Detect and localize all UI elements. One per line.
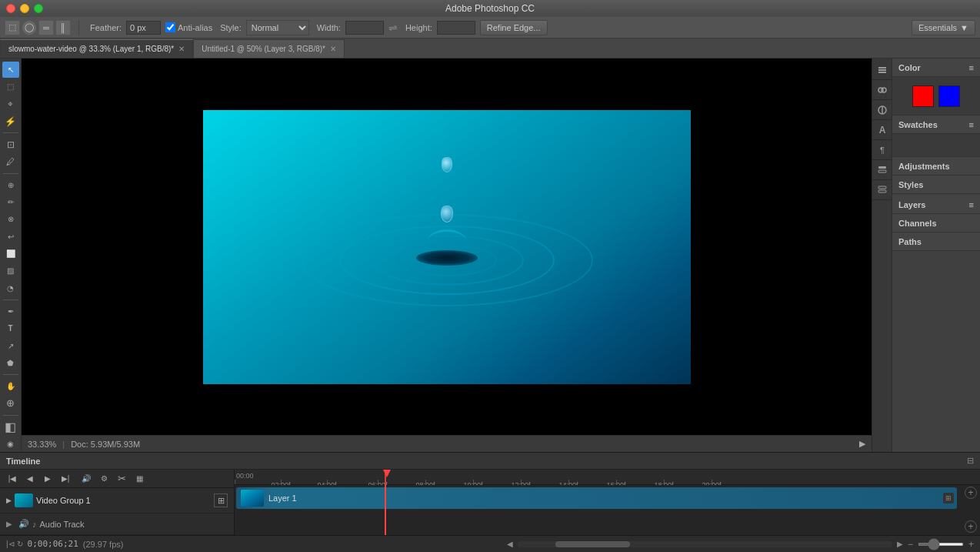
app-title: Adobe Photoshop CC <box>445 3 535 14</box>
col-select-icon[interactable]: ║ <box>55 20 71 35</box>
video-group-label: ▶ Video Group 1 ⊞ <box>0 488 234 514</box>
background-color-swatch[interactable] <box>938 85 960 107</box>
playhead-line-audio <box>385 512 386 535</box>
channels-icon-btn[interactable] <box>872 80 892 100</box>
panel-menu-icon[interactable]: ≡ <box>969 63 974 72</box>
tab-close-icon[interactable]: ✕ <box>178 45 185 53</box>
style-label: Style: <box>220 23 242 32</box>
tool-separator-5 <box>3 415 18 416</box>
height-input[interactable] <box>437 21 475 35</box>
crop-tool[interactable]: ⊡ <box>2 136 19 152</box>
marquee-tool[interactable]: ⬚ <box>2 79 19 95</box>
timeline-label: Timeline <box>6 457 40 466</box>
tab-untitled[interactable]: Untitled-1 @ 50% (Layer 3, RGB/8)* ✕ <box>193 39 345 58</box>
zoom-tool[interactable]: ⊕ <box>2 395 19 411</box>
audio-expand-icon[interactable]: ▶ <box>6 520 12 528</box>
step-forward-button[interactable]: ▶| <box>58 472 73 486</box>
style-select[interactable]: Normal Fixed Ratio Fixed Size <box>246 20 309 35</box>
video-thumbnail <box>15 493 33 507</box>
scroll-right-icon[interactable]: ▶ <box>897 540 903 548</box>
tab2-close-icon[interactable]: ✕ <box>330 45 336 53</box>
tab-slowmo[interactable]: slowmo-water-video @ 33.3% (Layer 1, RGB… <box>0 39 193 58</box>
ruler-start: 00:00 <box>235 472 254 484</box>
minimize-button[interactable] <box>20 4 29 13</box>
path-tool[interactable]: ↗ <box>2 337 19 353</box>
gradient-tool[interactable]: ▨ <box>2 263 19 279</box>
ruler-mark-9: 18:00f <box>664 480 665 484</box>
fps-display: (29.97 fps) <box>83 540 124 549</box>
pen-tool[interactable]: ✒ <box>2 303 19 319</box>
add-video-track-button[interactable]: + <box>965 487 977 499</box>
feather-label: Feather: <box>90 23 122 32</box>
canvas-container[interactable] <box>22 59 872 435</box>
zoom-out-icon[interactable]: − <box>908 539 913 550</box>
dodge-tool[interactable]: ◔ <box>2 280 19 296</box>
zoom-level: 33.33% <box>28 440 56 449</box>
quick-mask-icon[interactable]: ◉ <box>2 436 19 452</box>
panel-swatches-menu-icon[interactable]: ≡ <box>969 120 974 129</box>
razor-button[interactable]: ✂ <box>114 472 129 486</box>
paragraph-icon-btn[interactable]: ¶ <box>872 140 892 160</box>
play-icon[interactable]: ▶ <box>859 439 865 449</box>
stamp-tool[interactable]: ⊗ <box>2 211 19 227</box>
loop-start-icon[interactable]: |⊲ <box>6 540 15 548</box>
play-button[interactable]: ▶ <box>40 472 55 486</box>
music-icon: ♪ <box>32 520 37 529</box>
history-brush-tool[interactable]: ↩ <box>2 229 19 245</box>
close-button[interactable] <box>6 4 15 13</box>
expand-icon[interactable]: ▶ <box>6 497 12 504</box>
anti-alias-check[interactable]: Anti-alias <box>165 22 212 32</box>
essentials-button[interactable]: Essentials ▼ <box>912 20 975 35</box>
foreground-color-swatch[interactable] <box>912 85 934 107</box>
shape-tool[interactable]: ⬟ <box>2 355 19 371</box>
maximize-button[interactable] <box>34 4 43 13</box>
zoom-slider[interactable] <box>918 543 964 546</box>
brush-tool[interactable]: ✏ <box>2 194 19 210</box>
loop-icon[interactable]: ↻ <box>17 540 23 548</box>
video-clip[interactable]: Layer 1 ⊞ <box>236 487 957 509</box>
feather-input[interactable] <box>126 21 161 35</box>
track-options-button[interactable]: ⊞ <box>214 493 228 507</box>
playhead-top-indicator <box>383 470 391 477</box>
toolbar: ⬚ ◯ ═ ║ Feather: Anti-alias Style: Norma… <box>0 17 980 38</box>
timeline-controls: |◀ ◀ ▶ ▶| 🔊 ⚙ ✂ ▦ <box>0 470 234 488</box>
width-input[interactable] <box>345 21 384 35</box>
row-select-icon[interactable]: ═ <box>38 20 54 35</box>
wand-tool[interactable]: ⚡ <box>2 113 19 129</box>
erase-tool[interactable]: ⬜ <box>2 246 19 262</box>
lasso-tool[interactable]: ⌖ <box>2 96 19 112</box>
tool-separator-2 <box>3 173 18 174</box>
layers-icon-btn[interactable] <box>872 60 892 80</box>
timeline-scrollbar[interactable] <box>518 541 892 547</box>
swap-icon[interactable]: ⇌ <box>388 22 398 34</box>
step-back-button[interactable]: ◀ <box>22 472 38 486</box>
window-controls[interactable] <box>6 4 43 13</box>
hand-tool[interactable]: ✋ <box>2 378 19 394</box>
text-tool[interactable]: T <box>2 320 19 336</box>
clip-settings-icon[interactable]: ⊞ <box>943 493 954 503</box>
timeline-collapse-icon[interactable]: ⊟ <box>967 456 974 466</box>
rect-select-icon[interactable]: ⬚ <box>5 20 20 35</box>
zoom-in-icon[interactable]: + <box>968 539 974 550</box>
settings-button[interactable]: ⚙ <box>96 472 112 486</box>
timeline-tracks[interactable]: 00:00 02:00f 04:00f 06:00f 08:00f <box>235 470 980 535</box>
selection-tools-group: ⬚ ◯ ═ ║ <box>5 20 71 35</box>
transition-button[interactable]: ▦ <box>132 472 147 486</box>
audio-button[interactable]: 🔊 <box>78 472 94 486</box>
adjustments-icon-btn[interactable] <box>872 100 892 120</box>
panel-header-styles: Styles <box>892 176 980 194</box>
actions-icon-btn[interactable] <box>872 180 892 200</box>
eyedropper-tool[interactable]: 🖊 <box>2 153 19 169</box>
character-icon-btn[interactable]: A <box>872 120 892 140</box>
panel-layers-menu-icon[interactable]: ≡ <box>969 200 974 209</box>
ellipse-select-icon[interactable]: ◯ <box>22 20 37 35</box>
history-icon-btn[interactable] <box>872 160 892 180</box>
heal-tool[interactable]: ⊕ <box>2 177 19 193</box>
ruler-mark-6: 12:00f <box>521 480 522 484</box>
skip-start-button[interactable]: |◀ <box>5 472 20 486</box>
fg-bg-icon[interactable]: ◧ <box>2 418 19 434</box>
refine-edge-button[interactable]: Refine Edge... <box>480 20 548 35</box>
scroll-left-icon[interactable]: ◀ <box>507 540 513 548</box>
move-tool[interactable]: ↖ <box>2 62 19 78</box>
add-audio-track-button[interactable]: + <box>965 520 977 533</box>
